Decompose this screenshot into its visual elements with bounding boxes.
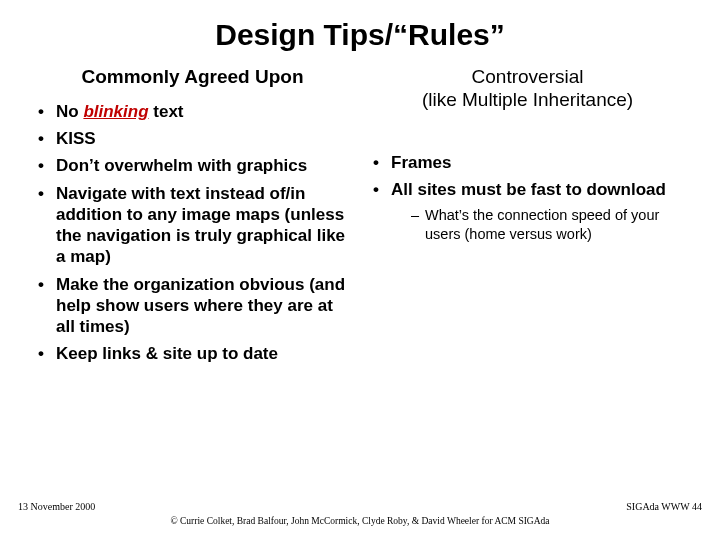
list-item: Don’t overwhelm with graphics (38, 155, 355, 176)
list-text: All sites must be fast to download (391, 180, 666, 199)
list-item: Keep links & site up to date (38, 343, 355, 364)
left-column: Commonly Agreed Upon No blinking text KI… (30, 66, 355, 371)
list-item: All sites must be fast to download What’… (373, 179, 690, 244)
right-header-line2: (like Multiple Inheritance) (422, 89, 633, 110)
list-item: KISS (38, 128, 355, 149)
sub-list: What’s the connection speed of your user… (391, 206, 690, 244)
footer-date: 13 November 2000 (18, 501, 95, 512)
right-list-wrap: Frames All sites must be fast to downloa… (365, 124, 690, 244)
slide-title: Design Tips/“Rules” (30, 18, 690, 52)
slide: Design Tips/“Rules” Commonly Agreed Upon… (0, 0, 720, 540)
right-column-header: Controversial (like Multiple Inheritance… (365, 66, 690, 112)
footer-copyright: © Currie Colket, Brad Balfour, John McCo… (0, 516, 720, 526)
blinking-word: blinking (83, 102, 148, 121)
columns: Commonly Agreed Upon No blinking text KI… (30, 66, 690, 371)
list-item: Make the organization obvious (and help … (38, 274, 355, 338)
left-list: No blinking text KISS Don’t overwhelm wi… (30, 101, 355, 365)
sub-list-item: What’s the connection speed of your user… (411, 206, 690, 244)
list-item: Navigate with text instead of/in additio… (38, 183, 355, 268)
list-text: No (56, 102, 83, 121)
right-list: Frames All sites must be fast to downloa… (365, 152, 690, 244)
right-header-line1: Controversial (472, 66, 584, 87)
list-item: Frames (373, 152, 690, 173)
right-column: Controversial (like Multiple Inheritance… (365, 66, 690, 371)
left-column-header: Commonly Agreed Upon (30, 66, 355, 89)
list-text: text (149, 102, 184, 121)
list-item: No blinking text (38, 101, 355, 122)
footer-page: SIGAda WWW 44 (626, 501, 702, 512)
